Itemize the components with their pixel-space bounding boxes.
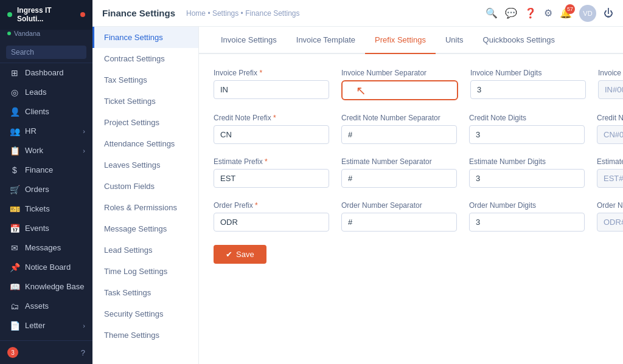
save-button-label: Save (236, 250, 254, 259)
tickets-icon: 🎫 (9, 204, 20, 214)
leads-icon: ◎ (9, 88, 20, 97)
credit-note-prefix-input[interactable] (214, 125, 329, 144)
sidebar-item-notice-board[interactable]: 📌 Notice Board (0, 258, 92, 277)
help-icon[interactable]: ? (81, 348, 85, 357)
sidebar-item-orders[interactable]: 🛒 Orders (0, 180, 92, 199)
tab-invoice-settings[interactable]: Invoice Settings (211, 27, 287, 54)
notification-badge: 57 (565, 4, 575, 14)
events-icon: 📅 (9, 224, 20, 233)
topbar: Finance Settings Home • Settings • Finan… (92, 0, 623, 27)
orders-icon: 🛒 (9, 185, 20, 194)
subnav-item-leaves-settings[interactable]: Leaves Settings (92, 154, 198, 176)
subnav-item-finance-settings[interactable]: Finance Settings (92, 27, 198, 48)
subnav-item-roles-permissions[interactable]: Roles & Permissions (92, 197, 198, 218)
invoice-number-example-label: Invoice Number Example (598, 69, 623, 77)
invoice-number-separator-input[interactable] (341, 80, 458, 100)
sidebar-item-events[interactable]: 📅 Events (0, 219, 92, 238)
form-area: Invoice Prefix * Invoice Number Separato… (199, 54, 623, 278)
footer-badge: 3 (7, 347, 18, 358)
sidebar-item-label: Leads (25, 88, 46, 97)
estimate-digits-input[interactable] (469, 169, 585, 188)
form-row-3: Estimate Prefix * Estimate Number Separa… (214, 157, 608, 188)
help-icon[interactable]: ❓ (524, 7, 537, 19)
sidebar-item-work[interactable]: 📋 Work › (0, 141, 92, 160)
tabs-bar: Invoice Settings Invoice Template Prefix… (199, 27, 623, 54)
search-input[interactable] (6, 46, 86, 59)
subnav-item-contract-settings[interactable]: Contract Settings (92, 48, 198, 69)
order-prefix-input[interactable] (214, 213, 329, 232)
order-digits-label: Order Number Digits (469, 201, 585, 210)
chevron-right-icon: › (83, 147, 85, 154)
sidebar-item-finance[interactable]: $ Finance (0, 160, 92, 180)
avatar[interactable]: VD (579, 5, 596, 22)
tab-prefix-settings[interactable]: Prefix Settings (365, 27, 436, 54)
subnav-item-ticket-settings[interactable]: Ticket Settings (92, 91, 198, 112)
credit-note-digits-group: Credit Note Digits (469, 114, 585, 144)
notice-board-icon: 📌 (9, 263, 20, 272)
subnav-item-theme-settings[interactable]: Theme Settings (92, 325, 198, 346)
subnav-item-task-settings[interactable]: Task Settings (92, 282, 198, 303)
sidebar-item-payroll[interactable]: 💰 Payroll › (0, 335, 92, 340)
order-example-label: Order Number Example (597, 201, 623, 210)
sidebar-item-label: Work (25, 146, 43, 155)
estimate-digits-group: Estimate Number Digits (469, 157, 585, 188)
subnav-item-security-settings[interactable]: Security Settings (92, 303, 198, 325)
sidebar-item-label: Tickets (25, 204, 50, 213)
tab-units[interactable]: Units (436, 27, 473, 54)
settings-icon[interactable]: ⚙ (544, 7, 552, 19)
estimate-separator-group: Estimate Number Separator (341, 157, 457, 188)
sidebar-header: Ingress IT Soluti... (0, 0, 92, 30)
invoice-number-example-group: Invoice Number Example (598, 69, 623, 100)
subnav-item-project-settings[interactable]: Project Settings (92, 112, 198, 133)
sidebar-item-label: Clients (25, 107, 49, 116)
sidebar-item-knowledge-base[interactable]: 📖 Knowledge Base (0, 277, 92, 297)
estimate-prefix-input[interactable] (214, 169, 329, 188)
chat-icon[interactable]: 💬 (505, 7, 517, 19)
estimate-separator-input[interactable] (341, 169, 457, 188)
invoice-number-digits-input[interactable] (470, 80, 586, 99)
sidebar-item-assets[interactable]: 🗂 Assets (0, 297, 92, 316)
order-digits-input[interactable] (469, 213, 585, 232)
form-row-2: Credit Note Prefix * Credit Note Number … (214, 114, 608, 144)
search-icon[interactable]: 🔍 (486, 7, 498, 19)
notification-wrapper: 🔔 57 (560, 7, 572, 19)
sidebar-item-dashboard[interactable]: ⊞ Dashboard (0, 63, 92, 83)
subnav-item-lead-settings[interactable]: Lead Settings (92, 239, 198, 261)
sidebar-item-label: Orders (25, 185, 49, 194)
invoice-prefix-input[interactable] (214, 80, 329, 99)
order-example-input (597, 213, 623, 232)
topbar-icons: 🔍 💬 ❓ ⚙ 🔔 57 VD ⏻ (486, 5, 613, 22)
estimate-prefix-label: Estimate Prefix * (214, 157, 329, 166)
subnav-item-attendance-settings[interactable]: Attendance Settings (92, 133, 198, 154)
sidebar-item-hr[interactable]: 👥 HR › (0, 122, 92, 141)
estimate-example-group: Estimate Number Example (597, 157, 623, 188)
credit-note-prefix-label: Credit Note Prefix * (214, 114, 329, 122)
subnav-item-time-log-settings[interactable]: Time Log Settings (92, 261, 198, 282)
clients-icon: 👤 (9, 107, 20, 117)
subnav-item-custom-fields[interactable]: Custom Fields (92, 176, 198, 197)
invoice-number-digits-group: Invoice Number Digits (470, 69, 586, 100)
sidebar-item-messages[interactable]: ✉ Messages (0, 238, 92, 258)
sidebar-item-clients[interactable]: 👤 Clients (0, 102, 92, 122)
sidebar-item-label: Notice Board (25, 263, 71, 272)
subnav-item-tax-settings[interactable]: Tax Settings (92, 69, 198, 91)
order-separator-input[interactable] (341, 213, 457, 232)
sidebar-item-tickets[interactable]: 🎫 Tickets (0, 199, 92, 219)
credit-note-separator-group: Credit Note Number Separator (341, 114, 457, 144)
power-icon[interactable]: ⏻ (604, 8, 613, 19)
sidebar-item-letter[interactable]: 📄 Letter › (0, 316, 92, 335)
credit-note-separator-input[interactable] (341, 125, 457, 144)
order-prefix-label: Order Prefix * (214, 201, 329, 210)
credit-note-digits-input[interactable] (469, 125, 585, 144)
tab-quickbooks-settings[interactable]: Quickbooks Settings (473, 27, 565, 54)
subnav-item-message-settings[interactable]: Message Settings (92, 218, 198, 239)
sidebar-search-container (0, 42, 92, 63)
tab-invoice-template[interactable]: Invoice Template (287, 27, 365, 54)
estimate-prefix-group: Estimate Prefix * (214, 157, 329, 188)
credit-note-digits-label: Credit Note Digits (469, 114, 585, 122)
assets-icon: 🗂 (9, 301, 20, 311)
form-row-1: Invoice Prefix * Invoice Number Separato… (214, 69, 608, 100)
estimate-digits-label: Estimate Number Digits (469, 157, 585, 166)
save-button[interactable]: ✔ Save (214, 245, 266, 264)
sidebar-item-leads[interactable]: ◎ Leads (0, 83, 92, 102)
